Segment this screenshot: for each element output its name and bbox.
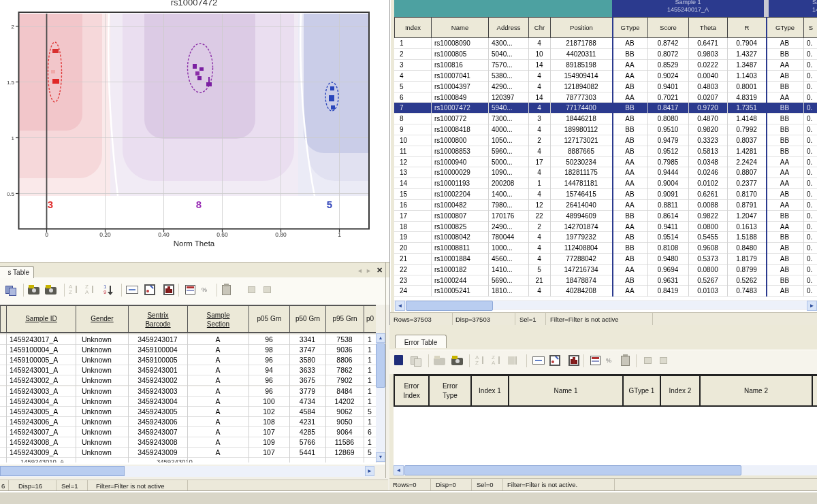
svg-text:0: 0 (45, 231, 48, 238)
svg-text:8: 8 (196, 199, 202, 210)
svg-text:rs10007472: rs10007472 (171, 0, 218, 7)
svg-text:1.5: 1.5 (7, 80, 15, 86)
svg-text:0.5: 0.5 (7, 191, 15, 197)
svg-text:0.60: 0.60 (217, 231, 228, 238)
svg-text:1: 1 (12, 135, 15, 141)
svg-text:0.20: 0.20 (99, 231, 111, 238)
svg-text:1: 1 (338, 231, 341, 238)
svg-text:0.40: 0.40 (158, 231, 170, 238)
svg-text:2: 2 (12, 24, 15, 30)
svg-text:Norm Theta: Norm Theta (174, 239, 215, 248)
svg-text:0.80: 0.80 (275, 231, 287, 238)
svg-text:5: 5 (327, 199, 332, 210)
svg-text:3: 3 (48, 199, 53, 210)
